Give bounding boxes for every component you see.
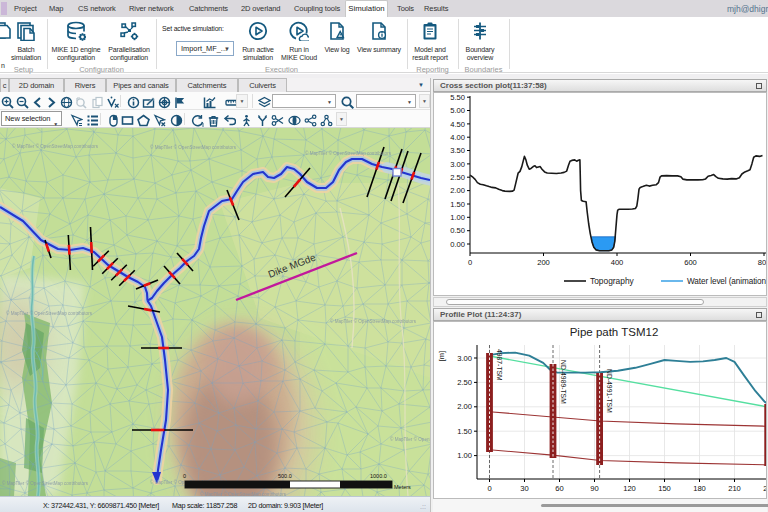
- svg-text:90: 90: [590, 484, 598, 493]
- svg-text:1.50: 1.50: [450, 200, 465, 209]
- svg-text:0: 0: [183, 473, 186, 479]
- svg-text:[m]: [m]: [437, 351, 446, 361]
- svg-text:3.00: 3.00: [457, 354, 472, 363]
- svg-text:400: 400: [611, 258, 624, 267]
- svg-text:Pipe path TSM12: Pipe path TSM12: [570, 326, 659, 338]
- svg-text:© MapTiler © OpenStreetMap con: © MapTiler © OpenStreetMap contributors: [305, 150, 392, 156]
- svg-text:800: 800: [758, 258, 766, 267]
- svg-text:120: 120: [623, 484, 636, 493]
- svg-text:1000.0: 1000.0: [370, 473, 387, 479]
- svg-text:0.50: 0.50: [450, 226, 465, 235]
- svg-text:60: 60: [555, 484, 563, 493]
- svg-text:3.00: 3.00: [450, 160, 465, 169]
- svg-text:3.50: 3.50: [450, 146, 465, 155]
- svg-text:1.00: 1.00: [457, 451, 472, 460]
- svg-text:500.0: 500.0: [278, 473, 292, 479]
- svg-text:© MapTiler © OpenStreetMap con: © MapTiler © OpenStreetMap contributors: [6, 310, 93, 316]
- svg-text:30: 30: [520, 484, 528, 493]
- svg-text:4.50: 4.50: [450, 120, 465, 129]
- svg-text:2.00: 2.00: [450, 186, 465, 195]
- svg-text:0: 0: [487, 484, 491, 493]
- svg-text:600: 600: [684, 258, 697, 267]
- svg-text:1.50: 1.50: [457, 427, 472, 436]
- svg-text:210: 210: [728, 484, 741, 493]
- svg-text:240: 240: [763, 484, 766, 493]
- svg-text:1.00: 1.00: [450, 213, 465, 222]
- svg-text:150: 150: [658, 484, 671, 493]
- svg-text:Meters: Meters: [394, 484, 411, 490]
- svg-text:180: 180: [693, 484, 706, 493]
- svg-text:4.00: 4.00: [450, 133, 465, 142]
- svg-text:© MapTiler © OpenStreetMap con: © MapTiler © OpenStreetMap contributors: [330, 318, 417, 324]
- svg-text:2.50: 2.50: [450, 173, 465, 182]
- svg-text:4987-TSM: 4987-TSM: [496, 349, 503, 381]
- svg-text:2.00: 2.00: [457, 402, 472, 411]
- svg-text:© MapTiler © OpenStreetMap con: © MapTiler © OpenStreetMap contributors: [12, 143, 99, 149]
- svg-text:ND-4989-TSM: ND-4989-TSM: [560, 360, 567, 404]
- svg-text:ND-4991-TSM: ND-4991-TSM: [606, 369, 613, 413]
- svg-text:© MapTiler © OpenStreetMap con: © MapTiler © OpenStreetMap contributors: [2, 480, 89, 486]
- svg-text:0: 0: [468, 258, 472, 267]
- svg-text:0.00: 0.00: [450, 240, 465, 249]
- svg-text:200: 200: [537, 258, 550, 267]
- svg-text:© MapTiler © OpenStreetMap con: © MapTiler © OpenStreetMap contributors: [390, 436, 430, 442]
- svg-text:5.00: 5.00: [450, 106, 465, 115]
- svg-text:Water level (animation): Water level (animation): [687, 277, 766, 286]
- svg-text:5.50: 5.50: [450, 93, 465, 102]
- svg-text:2.50: 2.50: [457, 378, 472, 387]
- svg-text:© MapTiler © OpenStreetMap con: © MapTiler © OpenStreetMap contributors: [150, 144, 237, 150]
- svg-text:Topography: Topography: [590, 276, 635, 286]
